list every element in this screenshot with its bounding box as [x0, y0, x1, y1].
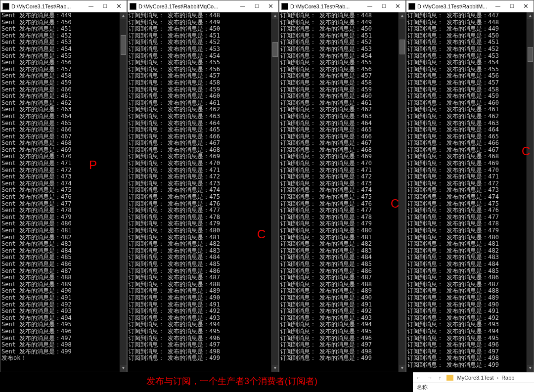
scroll-up-icon[interactable]: ▲: [399, 12, 405, 19]
nav-forward-icon[interactable]: →: [424, 375, 436, 381]
breadcrumb-seg1[interactable]: MyCore3.1Test: [455, 375, 494, 381]
explorer-column-header[interactable]: 名称: [413, 382, 534, 392]
scroll-up-icon[interactable]: ▲: [272, 12, 278, 19]
explorer-breadcrumb: ← → ↑ MyCore3.1Test › Rabb: [413, 372, 534, 382]
scroll-up-icon[interactable]: ▲: [120, 12, 127, 19]
scroll-thumb[interactable]: [272, 42, 278, 57]
folder-icon: [446, 375, 453, 381]
titlebar[interactable]: D:\MyCore3.1Test\Rab...—☐✕: [279, 0, 405, 12]
scroll-thumb[interactable]: [528, 47, 533, 62]
titlebar[interactable]: D:\MyCore3.1Test\RabbitM...—☐✕: [406, 0, 534, 12]
minimize-button[interactable]: —: [236, 1, 250, 12]
console-window-3: D:\MyCore3.1Test\RabbitM...—☐✕订阅到消息： 发布的…: [406, 0, 534, 372]
breadcrumb-sep-icon: ›: [493, 375, 501, 381]
window-title: D:\MyCore3.1Test\Rab...: [11, 3, 84, 9]
caption-text: 发布与订阅，一个生产者3个消费者(订阅者): [146, 375, 317, 387]
scroll-down-icon[interactable]: ▼: [272, 365, 278, 372]
maximize-button[interactable]: ☐: [377, 1, 391, 12]
console-window-0: D:\MyCore3.1Test\Rab...—☐✕Sent 发布的消息是：44…: [0, 0, 127, 372]
console-window-1: D:\MyCore3.1Test\RabbitMqCo...—☐✕订阅到消息： …: [127, 0, 279, 372]
scroll-thumb[interactable]: [400, 40, 405, 54]
console-output: 订阅到消息： 发布的消息是：448 订阅到消息： 发布的消息是：449 订阅到消…: [128, 12, 271, 372]
minimize-button[interactable]: —: [84, 1, 98, 12]
maximize-button[interactable]: ☐: [98, 1, 112, 12]
window-title: D:\MyCore3.1Test\RabbitM...: [417, 3, 491, 9]
vertical-scrollbar[interactable]: ▲▼: [527, 12, 534, 372]
app-icon: [2, 3, 9, 10]
app-icon: [130, 3, 136, 10]
minimize-button[interactable]: —: [491, 1, 505, 12]
breadcrumb-seg2[interactable]: Rabb: [501, 375, 514, 381]
app-icon: [408, 3, 415, 10]
close-button[interactable]: ✕: [264, 1, 277, 12]
window-title: D:\MyCore3.1Test\Rab...: [290, 3, 363, 9]
vertical-scrollbar[interactable]: ▲▼: [120, 12, 127, 372]
vertical-scrollbar[interactable]: ▲▼: [271, 12, 278, 372]
minimize-button[interactable]: —: [363, 1, 377, 12]
scroll-down-icon[interactable]: ▼: [120, 365, 127, 372]
console-output: 订阅到消息： 发布的消息是：448 订阅到消息： 发布的消息是：449 订阅到消…: [279, 12, 399, 372]
close-button[interactable]: ✕: [391, 1, 404, 12]
scroll-down-icon[interactable]: ▼: [399, 365, 405, 372]
console-output: 订阅到消息： 发布的消息是：447 订阅到消息： 发布的消息是：448 订阅到消…: [406, 12, 527, 372]
nav-up-icon[interactable]: ↑: [436, 375, 445, 381]
titlebar[interactable]: D:\MyCore3.1Test\Rab...—☐✕: [0, 0, 127, 12]
vertical-scrollbar[interactable]: ▲▼: [399, 12, 405, 372]
scroll-thumb[interactable]: [121, 35, 126, 55]
maximize-button[interactable]: ☐: [250, 1, 264, 12]
console-window-2: D:\MyCore3.1Test\Rab...—☐✕订阅到消息： 发布的消息是：…: [279, 0, 406, 372]
close-button[interactable]: ✕: [112, 1, 126, 12]
titlebar[interactable]: D:\MyCore3.1Test\RabbitMqCo...—☐✕: [128, 0, 278, 12]
close-button[interactable]: ✕: [519, 1, 533, 12]
maximize-button[interactable]: ☐: [505, 1, 519, 12]
scroll-up-icon[interactable]: ▲: [527, 12, 534, 19]
console-output: Sent 发布的消息是：449 Sent 发布的消息是：450 Sent 发布的…: [0, 12, 120, 372]
app-icon: [281, 3, 288, 10]
nav-back-icon[interactable]: ←: [413, 375, 424, 381]
scroll-down-icon[interactable]: ▼: [527, 365, 534, 372]
window-title: D:\MyCore3.1Test\RabbitMqCo...: [138, 3, 236, 9]
